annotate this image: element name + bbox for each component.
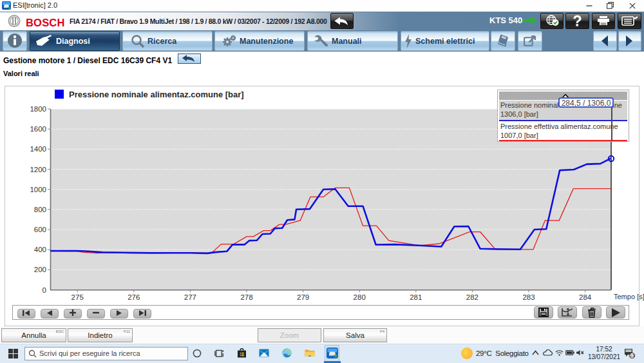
- svg-text:1400: 1400: [30, 145, 46, 153]
- svg-text:200: 200: [34, 266, 46, 273]
- svg-text:1200: 1200: [30, 166, 46, 173]
- svg-text:400: 400: [34, 246, 46, 253]
- svg-text:282: 282: [466, 293, 478, 301]
- svg-text:283: 283: [522, 293, 535, 301]
- svg-text:1600: 1600: [30, 125, 46, 133]
- svg-text:600: 600: [34, 226, 46, 233]
- svg-text:284: 284: [579, 293, 592, 301]
- svg-text:0: 0: [43, 286, 46, 294]
- svg-text:1800: 1800: [30, 105, 46, 113]
- svg-text:281: 281: [410, 293, 422, 301]
- svg-text:280: 280: [354, 293, 366, 301]
- svg-text:800: 800: [34, 206, 46, 213]
- svg-text:277: 277: [184, 293, 196, 301]
- svg-text:1000: 1000: [30, 186, 46, 193]
- svg-text:276: 276: [128, 293, 140, 301]
- svg-text:13: 13: [630, 353, 635, 358]
- svg-text:275: 275: [71, 293, 84, 301]
- svg-text:278: 278: [240, 293, 252, 301]
- svg-text:Tempo [s]: Tempo [s]: [614, 293, 644, 300]
- svg-text:279: 279: [297, 293, 309, 301]
